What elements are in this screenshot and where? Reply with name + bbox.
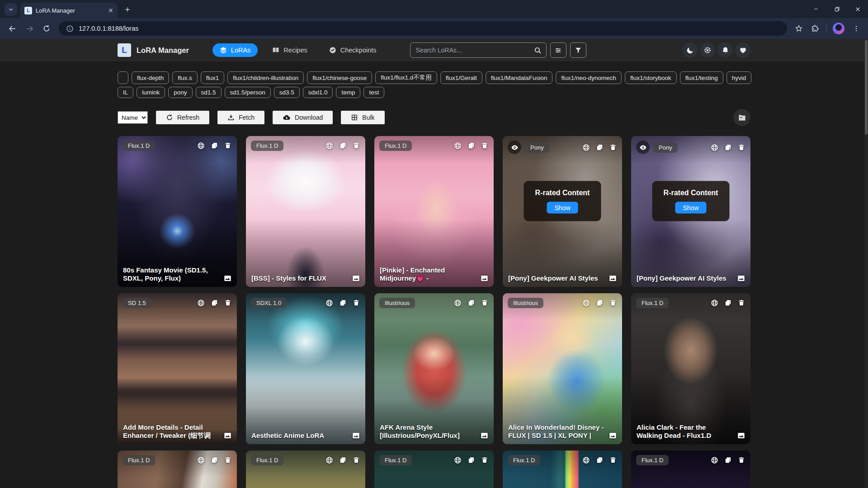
trash-icon[interactable]	[353, 456, 360, 464]
picture-icon[interactable]	[737, 274, 745, 282]
picture-icon[interactable]	[737, 432, 745, 440]
show-content-button[interactable]: Show	[675, 202, 706, 213]
tag-filter-pill[interactable]: flux1/Geralt	[440, 71, 482, 84]
copy-icon[interactable]	[467, 142, 475, 150]
lora-card[interactable]: Flux.1 D [Pinkie] - Enchanted Midjourney…	[374, 136, 494, 287]
civitai-globe-icon[interactable]	[454, 142, 462, 150]
tag-filter-pill[interactable]: flux1/chinese-goose	[307, 71, 372, 84]
site-info-icon[interactable]	[66, 25, 74, 33]
favorites-button[interactable]	[735, 42, 750, 58]
sort-select[interactable]: Name	[118, 111, 148, 124]
copy-icon[interactable]	[339, 299, 347, 307]
civitai-globe-icon[interactable]	[711, 456, 718, 464]
filter-button[interactable]	[570, 42, 586, 58]
bookmark-star-icon[interactable]	[792, 21, 806, 36]
civitai-globe-icon[interactable]	[582, 456, 590, 464]
lora-card[interactable]: Pony R-rated Content Show [Pony] Geekpow…	[503, 136, 622, 287]
visibility-eye-button[interactable]	[636, 141, 650, 154]
lora-card[interactable]: Flux.1 D	[246, 450, 365, 488]
trash-icon[interactable]	[609, 299, 617, 307]
copy-icon[interactable]	[339, 142, 347, 150]
tag-filter-pill[interactable]: flux1/storybook	[625, 71, 677, 84]
civitai-globe-icon[interactable]	[197, 299, 205, 307]
copy-icon[interactable]	[211, 456, 218, 464]
lora-card[interactable]: Flux.1 D Alicia Clark - Fear the Walking…	[631, 293, 750, 444]
tab-close-button[interactable]	[108, 7, 114, 14]
close-window-button[interactable]	[847, 0, 868, 18]
copy-icon[interactable]	[724, 456, 732, 464]
lora-card[interactable]: Flux.1 D 80s Fantasy Movie (SD1.5, SDXL,…	[118, 136, 237, 287]
lora-card[interactable]: Illustrious Alice In Wonderland! Disney …	[503, 293, 622, 444]
lora-card[interactable]: Flux.1 D [BSS] - Styles for FLUX	[246, 136, 365, 287]
tag-filter-pill[interactable]: flux1/flux1.d不常用	[375, 71, 437, 84]
scrollbar-thumb[interactable]	[865, 40, 868, 135]
lora-card[interactable]: Flux.1 D	[503, 450, 622, 488]
copy-icon[interactable]	[467, 299, 475, 307]
browser-tab[interactable]: L LoRA Manager	[20, 3, 118, 18]
lora-card[interactable]: Flux.1 D	[374, 450, 494, 488]
civitai-globe-icon[interactable]	[711, 299, 718, 307]
notifications-button[interactable]	[717, 42, 733, 58]
address-bar[interactable]: 127.0.0.1:8188/loras	[59, 21, 787, 36]
tab-recipes[interactable]: Recipes	[265, 43, 314, 57]
tag-filter-pill[interactable]	[118, 71, 128, 84]
copy-icon[interactable]	[596, 456, 604, 464]
fetch-button[interactable]: Fetch	[217, 111, 264, 124]
copy-icon[interactable]	[596, 299, 604, 307]
lora-card[interactable]: Pony R-rated Content Show [Pony] Geekpow…	[631, 136, 750, 287]
copy-icon[interactable]	[211, 299, 218, 307]
copy-icon[interactable]	[339, 456, 347, 464]
copy-icon[interactable]	[724, 299, 732, 307]
theme-toggle-button[interactable]	[682, 42, 698, 58]
lora-card[interactable]: SDXL 1.0 Aesthetic Anime LoRA	[246, 293, 365, 444]
picture-icon[interactable]	[609, 274, 617, 282]
reload-button[interactable]	[39, 21, 54, 36]
civitai-globe-icon[interactable]	[582, 144, 590, 151]
picture-icon[interactable]	[609, 432, 617, 440]
picture-icon[interactable]	[223, 432, 232, 440]
restore-button[interactable]	[826, 0, 847, 18]
trash-icon[interactable]	[481, 299, 488, 307]
tag-filter-pill[interactable]: test	[363, 87, 384, 98]
trash-icon[interactable]	[353, 299, 360, 307]
profile-avatar[interactable]	[833, 23, 844, 34]
civitai-globe-icon[interactable]	[711, 144, 718, 151]
page-scrollbar[interactable]	[864, 39, 868, 488]
tab-loras[interactable]: LoRAs	[212, 43, 258, 57]
lora-card[interactable]: Flux.1 D	[631, 450, 750, 488]
trash-icon[interactable]	[609, 144, 617, 151]
copy-icon[interactable]	[596, 144, 604, 151]
show-content-button[interactable]: Show	[547, 202, 578, 213]
tag-filter-pill[interactable]: sd1.5	[196, 87, 222, 98]
tag-filter-pill[interactable]: flux1	[201, 71, 225, 84]
trash-icon[interactable]	[738, 144, 745, 151]
lora-card[interactable]: Flux.1 D	[118, 450, 237, 488]
civitai-globe-icon[interactable]	[326, 456, 333, 464]
back-button[interactable]	[5, 21, 20, 36]
trash-icon[interactable]	[609, 456, 617, 464]
tag-filter-pill[interactable]: temp	[336, 87, 360, 98]
civitai-globe-icon[interactable]	[197, 456, 205, 464]
picture-icon[interactable]	[480, 432, 489, 440]
forward-button[interactable]	[22, 21, 37, 36]
download-button[interactable]: Download	[273, 111, 333, 124]
trash-icon[interactable]	[738, 299, 745, 307]
lora-card[interactable]: SD 1.5 Add More Details - Detail Enhance…	[118, 293, 237, 444]
trash-icon[interactable]	[224, 299, 231, 307]
trash-icon[interactable]	[481, 456, 488, 464]
tag-filter-pill[interactable]: flux1/testing	[680, 71, 723, 84]
refresh-button[interactable]: Refresh	[156, 111, 209, 124]
tag-filter-pill[interactable]: flux.s	[172, 71, 198, 84]
tag-filter-pill[interactable]: sd1.5/person	[225, 87, 271, 98]
tab-search-button[interactable]	[5, 3, 17, 16]
bulk-button[interactable]: Bulk	[341, 111, 384, 124]
tag-filter-pill[interactable]: IL	[118, 87, 133, 98]
picture-icon[interactable]	[352, 432, 360, 440]
picture-icon[interactable]	[223, 274, 232, 282]
copy-icon[interactable]	[467, 456, 475, 464]
sort-options-button[interactable]	[550, 42, 566, 58]
civitai-globe-icon[interactable]	[326, 299, 333, 307]
civitai-globe-icon[interactable]	[582, 299, 590, 307]
new-tab-button[interactable]	[121, 3, 134, 16]
search-icon[interactable]	[534, 47, 542, 54]
